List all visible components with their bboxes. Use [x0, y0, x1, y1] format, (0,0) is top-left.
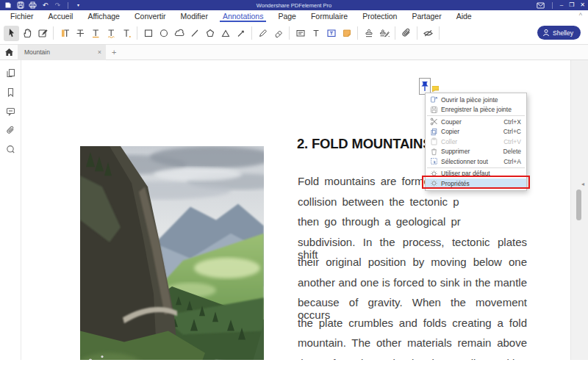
close-button[interactable]: ✕ — [580, 2, 585, 8]
menu-item-select-all[interactable]: Sélectionner tout Ctrl+A — [426, 156, 526, 167]
menu-affichage[interactable]: Affichage — [80, 10, 127, 22]
comment-flag-icon — [432, 82, 439, 87]
window-title: Wondershare PDFelement Pro — [0, 2, 588, 9]
body-line: the plate crumbles and folds creating a … — [298, 317, 527, 331]
menu-item-copy[interactable]: Copier Ctrl+C — [426, 127, 526, 137]
menu-protection[interactable]: Protection — [355, 10, 404, 22]
typewriter-tool-icon[interactable] — [308, 26, 323, 41]
body-line: then go through a geological pr — [298, 215, 527, 230]
menu-item-label: Supprimer — [441, 148, 470, 155]
arrow-shape-tool-icon[interactable] — [233, 26, 248, 41]
strikethrough-tool-icon[interactable] — [72, 26, 87, 41]
menu-item-cut[interactable]: Couper Ctrl+X — [426, 117, 526, 127]
menu-item-shortcut: Ctrl+V — [503, 138, 521, 145]
menu-page[interactable]: Page — [270, 10, 304, 22]
toolbar-separator — [251, 26, 252, 40]
hide-annotations-icon[interactable] — [420, 26, 436, 41]
attachment-tool-icon[interactable] — [398, 26, 414, 41]
new-tab-icon[interactable]: + — [112, 48, 116, 57]
tab-close-icon[interactable]: × — [98, 48, 101, 56]
panel-collapse-icon[interactable]: ◂ — [581, 181, 584, 187]
menu-annotations[interactable]: Annotations — [215, 10, 270, 22]
line-shape-tool-icon[interactable] — [187, 26, 202, 41]
insert-caret-tool-icon[interactable] — [118, 26, 134, 41]
squiggly-underline-tool-icon[interactable] — [103, 26, 118, 41]
menu-item-save-attachment[interactable]: Enregistrer la pièce jointe — [426, 105, 526, 115]
tab-bar: Mountain × + — [0, 45, 588, 60]
menu-fichier[interactable]: Fichier — [3, 10, 41, 22]
user-name: Shelley — [553, 29, 573, 37]
body-line: their original position by moving below … — [298, 256, 527, 270]
quick-access-dropdown-icon[interactable]: ▾ — [74, 1, 82, 10]
menu-separator — [427, 167, 525, 168]
triangle-shape-tool-icon[interactable] — [218, 26, 233, 41]
polygon-shape-tool-icon[interactable] — [202, 26, 218, 41]
undo-icon[interactable]: ↶ — [41, 1, 49, 10]
body-line: collision between the tectonic p — [298, 195, 527, 210]
scrollbar-thumb[interactable] — [576, 190, 581, 220]
menu-item-label: Coller — [441, 138, 457, 145]
menu-modifier[interactable]: Modifier — [173, 10, 215, 22]
mail-icon[interactable] — [537, 1, 545, 10]
hand-tool-icon[interactable] — [19, 26, 35, 41]
title-bar: ↶ ↷ ▾ Wondershare PDFelement Pro – ❒ ✕ — [0, 0, 588, 10]
ellipse-shape-tool-icon[interactable] — [156, 26, 171, 41]
paste-icon — [429, 137, 439, 145]
mountain-photo — [80, 146, 264, 379]
redo-icon[interactable]: ↷ — [54, 1, 62, 10]
sticky-note-tool-icon[interactable] — [339, 26, 354, 41]
search-icon[interactable] — [4, 143, 16, 155]
menu-item-paste[interactable]: Coller Ctrl+V — [426, 137, 526, 147]
text-box-tool-icon[interactable] — [323, 26, 339, 41]
attachments-icon[interactable] — [4, 124, 16, 136]
app-logo-icon — [4, 1, 12, 10]
select-all-icon — [429, 157, 439, 165]
bookmarks-icon[interactable] — [4, 86, 16, 98]
menu-partager[interactable]: Partager — [404, 10, 448, 22]
menu-item-label: Enregistrer la pièce jointe — [441, 106, 512, 113]
signature-tool-icon[interactable] — [376, 26, 392, 41]
page-thumbnails-icon[interactable] — [4, 67, 16, 79]
menu-separator — [427, 115, 525, 116]
underline-tool-icon[interactable] — [87, 26, 103, 41]
menu-aide[interactable]: Aide — [449, 10, 479, 22]
body-line: mountain. The other materials remain abo… — [298, 336, 527, 351]
stamp-tool-icon[interactable] — [361, 26, 376, 41]
ribbon-collapse-icon[interactable]: ^ — [579, 12, 582, 19]
eraser-tool-icon[interactable] — [270, 26, 286, 41]
menu-item-shortcut: Ctrl+A — [503, 158, 521, 165]
vertical-scrollbar[interactable] — [570, 60, 588, 362]
titlebar-separator — [68, 2, 68, 9]
comments-icon[interactable] — [4, 105, 16, 117]
annotations-toolbar: Shelley — [0, 22, 588, 45]
user-account-button[interactable]: Shelley — [537, 26, 581, 40]
highlight-tool-icon[interactable] — [57, 26, 72, 41]
menu-accueil[interactable]: Accueil — [41, 10, 81, 22]
minimize-button[interactable]: – — [560, 2, 563, 8]
tab-mountain[interactable]: Mountain × — [18, 45, 106, 60]
toolbar-separator — [439, 26, 440, 40]
menu-item-shortcut: Ctrl+C — [503, 128, 521, 135]
cut-icon — [429, 118, 439, 126]
save-icon[interactable] — [16, 1, 24, 10]
menu-item-delete[interactable]: Supprimer Delete — [426, 147, 526, 157]
home-tab-icon[interactable] — [0, 45, 18, 60]
toolbar-separator — [289, 26, 290, 40]
status-bar: ‹ 3 /4 › 161% − + — [0, 360, 588, 379]
maximize-button[interactable]: ❒ — [569, 2, 574, 8]
menu-formulaire[interactable]: Formulaire — [304, 10, 355, 22]
pencil-tool-icon[interactable] — [255, 26, 270, 41]
menu-convertir[interactable]: Convertir — [127, 10, 173, 22]
print-icon[interactable] — [29, 1, 37, 10]
note-tool-icon[interactable] — [35, 26, 50, 41]
select-tool-icon[interactable] — [4, 26, 19, 41]
toolbar-separator — [137, 26, 137, 40]
rect-shape-tool-icon[interactable] — [140, 26, 156, 41]
menu-item-open-attachment[interactable]: Ouvrir la pièce jointe — [426, 95, 526, 105]
left-panel-bar — [0, 60, 21, 360]
copy-icon — [429, 128, 439, 136]
menu-item-label: Copier — [441, 128, 459, 135]
menu-item-shortcut: Delete — [503, 148, 521, 155]
comment-box-tool-icon[interactable] — [293, 26, 308, 41]
cloud-shape-tool-icon[interactable] — [171, 26, 187, 41]
